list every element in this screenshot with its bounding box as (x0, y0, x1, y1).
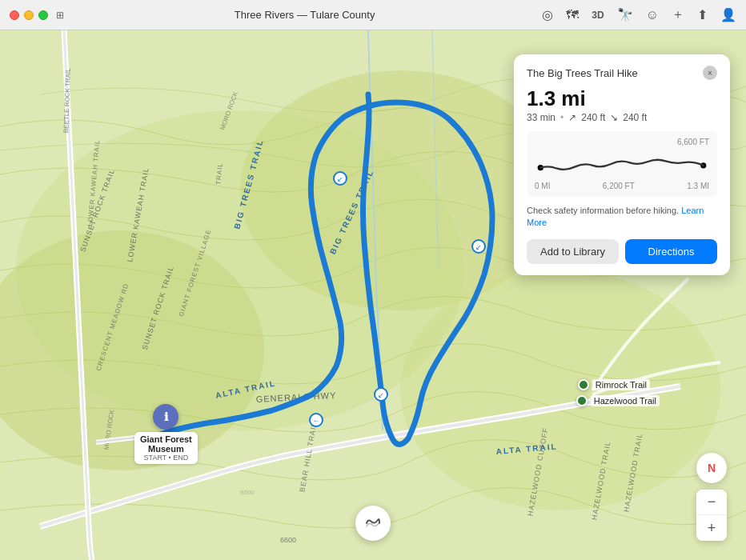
directions-button[interactable]: Directions (625, 239, 717, 264)
elevation-down: 240 ft (623, 112, 647, 123)
svg-text:↙: ↙ (337, 175, 343, 183)
binoculars-icon[interactable]: 🔭 (617, 7, 633, 22)
chart-end: 1.3 MI (687, 182, 709, 190)
svg-text:←: ← (313, 417, 320, 425)
svg-text:6600: 6600 (280, 536, 296, 544)
rimrock-trail-label: Rimrock Trail (592, 379, 650, 390)
trail-stats: 33 min • ↗ 240 ft ↘ 240 ft (527, 112, 717, 123)
window-title: Three Rivers — Tulare County (67, 9, 542, 21)
add-to-library-button[interactable]: Add to Library (527, 239, 619, 264)
card-header: The Big Trees Trail Hike × (527, 66, 717, 80)
museum-name: Giant Forest Museum (140, 434, 192, 454)
museum-icon: ℹ (153, 404, 178, 430)
elevation-high-label: 6,600 FT (535, 138, 709, 146)
trail-distance: 1.3 mi (527, 88, 717, 109)
toolbar-icons: ◎ 🗺 3D 🔭 ☺ ＋ ⬆ 👤 (542, 6, 736, 23)
elevation-up: 240 ft (581, 112, 605, 123)
museum-label: Giant Forest Museum START • END (134, 432, 198, 464)
traffic-lights (10, 10, 48, 20)
trail-time: 33 min (527, 112, 555, 123)
minimize-button[interactable] (24, 10, 34, 20)
rimrock-dot (578, 379, 589, 390)
trail-info-card: The Big Trees Trail Hike × 1.3 mi 33 min… (514, 54, 730, 275)
face-icon[interactable]: ☺ (646, 8, 659, 22)
share-icon[interactable]: ⬆ (697, 7, 708, 22)
svg-text:↙: ↙ (378, 391, 384, 399)
elevation-svg (535, 148, 709, 180)
safety-text: Check safety information before hiking. (527, 206, 679, 215)
chart-container (535, 148, 709, 180)
close-button[interactable] (10, 10, 19, 20)
svg-text:↙: ↙ (475, 243, 482, 251)
svg-text:6600: 6600 (240, 489, 255, 496)
close-card-button[interactable]: × (703, 66, 717, 80)
action-buttons: Add to Library Directions (527, 239, 717, 264)
titlebar: ⊞ Three Rivers — Tulare County ◎ 🗺 3D 🔭 … (0, 0, 746, 30)
compass-label: N (708, 462, 716, 474)
map[interactable]: BIG TREES TRAIL BIG TREES TRAIL ALTA TRA… (0, 30, 746, 560)
zoom-in-button[interactable]: + (696, 515, 727, 541)
safety-info: Check safety information before hiking. … (527, 205, 717, 230)
compass-button[interactable]: N (696, 453, 727, 483)
profile-icon[interactable]: 👤 (720, 7, 736, 22)
map-controls: N − + (696, 453, 727, 541)
chart-start: 0 MI (535, 182, 550, 190)
elevation-down-icon: ↘ (610, 112, 618, 123)
elevation-up-icon: ↗ (568, 112, 576, 123)
museum-marker[interactable]: ℹ Giant Forest Museum START • END (134, 404, 198, 464)
rimrock-trail-marker: Rimrock Trail (578, 379, 650, 390)
chart-labels: 0 MI 6,200 FT 1.3 MI (535, 182, 709, 190)
museum-sublabel: START • END (140, 454, 192, 462)
routing-button[interactable] (355, 506, 391, 541)
hazelwood-dot (576, 395, 588, 406)
add-icon[interactable]: ＋ (672, 6, 684, 23)
hazelwood-trail-label: Hazelwood Trail (591, 395, 660, 406)
location-icon[interactable]: ◎ (542, 7, 553, 22)
card-title: The Big Trees Trail Hike (527, 67, 638, 79)
3d-icon[interactable]: 3D (592, 10, 604, 21)
hazelwood-trail-marker: Hazelwood Trail (576, 395, 660, 406)
map-icon[interactable]: 🗺 (566, 8, 579, 22)
zoom-controls: − + (696, 490, 727, 541)
routing-icon (363, 514, 383, 533)
elevation-low-label: 6,200 FT (603, 182, 635, 190)
fullscreen-button[interactable] (38, 10, 48, 20)
window-icon: ⊞ (56, 10, 67, 21)
elevation-chart: 6,600 FT 0 MI 6,200 FT 1.3 MI (527, 131, 717, 197)
svg-point-2 (240, 70, 560, 310)
zoom-out-button[interactable]: − (696, 490, 727, 515)
